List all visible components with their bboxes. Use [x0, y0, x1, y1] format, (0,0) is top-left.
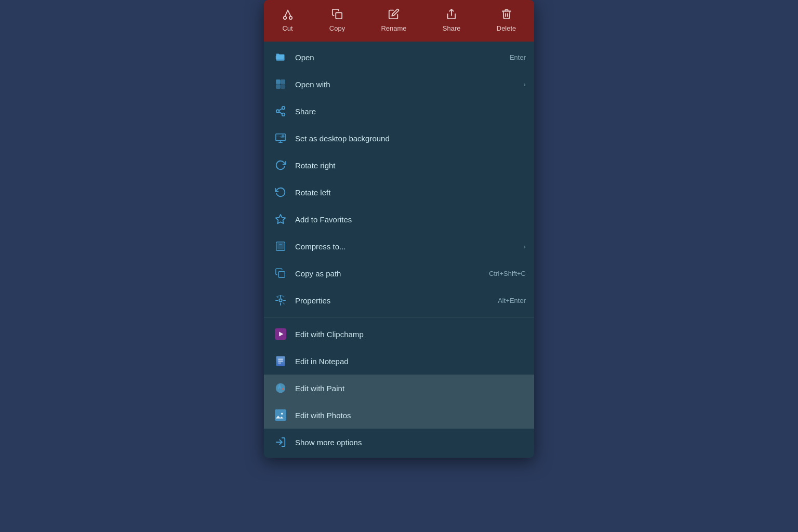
paint-icon: [272, 380, 289, 396]
notepad-icon: [272, 353, 289, 369]
menu-item-open[interactable]: Open Enter: [264, 44, 534, 71]
menu-item-set-desktop[interactable]: Set as desktop background: [264, 125, 534, 152]
svg-line-13: [279, 112, 282, 114]
toolbar-cut-button[interactable]: Cut: [273, 5, 303, 35]
rotate-right-icon: [272, 157, 289, 174]
copy-label: Copy: [329, 24, 345, 32]
share-icon: [446, 8, 457, 22]
svg-point-22: [279, 299, 282, 302]
menu-divider: [264, 317, 534, 317]
svg-line-14: [279, 109, 282, 111]
svg-rect-7: [281, 80, 285, 84]
menu-item-rotate-left[interactable]: Rotate left: [264, 179, 534, 206]
rotate-left-icon: [272, 184, 289, 201]
svg-rect-36: [275, 409, 286, 421]
copy-icon: [331, 8, 343, 22]
edit-paint-label: Edit with Paint: [295, 384, 526, 393]
svg-rect-4: [336, 12, 342, 19]
clipchamp-icon: [272, 326, 289, 342]
svg-rect-6: [276, 80, 280, 84]
menu-item-edit-photos[interactable]: Edit with Photos: [264, 402, 534, 429]
show-more-icon: [272, 434, 289, 450]
menu-item-rotate-right[interactable]: Rotate right: [264, 152, 534, 179]
menu-item-copy-path[interactable]: Copy as path Ctrl+Shift+C: [264, 260, 534, 287]
delete-label: Delete: [497, 24, 516, 32]
svg-rect-19: [278, 244, 284, 249]
edit-clipchamp-label: Edit with Clipchamp: [295, 330, 526, 339]
toolbar-delete-button[interactable]: Delete: [487, 5, 526, 35]
share-label: Share: [443, 24, 461, 32]
rotate-left-label: Rotate left: [295, 188, 526, 197]
context-menu: Cut Copy Rename: [264, 0, 534, 458]
edit-notepad-label: Edit in Notepad: [295, 357, 526, 366]
menu-item-edit-clipchamp[interactable]: Edit with Clipchamp: [264, 321, 534, 348]
toolbar-copy-button[interactable]: Copy: [320, 5, 354, 35]
svg-point-37: [281, 413, 283, 415]
properties-label: Properties: [295, 296, 498, 305]
rename-label: Rename: [381, 24, 406, 32]
menu-section-1: Open Enter Open with ›: [264, 42, 534, 316]
set-desktop-label: Set as desktop background: [295, 134, 526, 143]
show-more-label: Show more options: [295, 438, 526, 447]
rotate-right-label: Rotate right: [295, 161, 526, 170]
menu-item-edit-paint[interactable]: Edit with Paint: [264, 375, 534, 402]
svg-marker-17: [276, 215, 285, 223]
copy-path-label: Copy as path: [295, 269, 489, 278]
open-with-icon: [272, 76, 289, 92]
copy-path-shortcut: Ctrl+Shift+C: [489, 270, 526, 277]
properties-shortcut: Alt+Enter: [498, 297, 526, 304]
delete-icon: [501, 8, 512, 22]
menu-item-edit-notepad[interactable]: Edit in Notepad: [264, 348, 534, 375]
cut-icon: [282, 8, 294, 22]
set-desktop-icon: [272, 130, 289, 147]
svg-rect-21: [278, 271, 285, 277]
svg-rect-8: [276, 85, 280, 88]
photos-icon: [272, 407, 289, 423]
compress-arrow: ›: [524, 243, 526, 250]
share-menu-label: Share: [295, 107, 526, 116]
open-label: Open: [295, 53, 510, 62]
toolbar-rename-button[interactable]: Rename: [371, 5, 416, 35]
menu-item-properties[interactable]: Properties Alt+Enter: [264, 287, 534, 314]
copy-path-icon: [272, 265, 289, 282]
svg-line-2: [285, 10, 288, 17]
rename-icon: [388, 8, 400, 22]
open-with-label: Open with: [295, 80, 520, 89]
svg-line-3: [288, 10, 291, 17]
svg-point-16: [282, 135, 284, 137]
open-with-arrow: ›: [524, 81, 526, 88]
compress-label: Compress to...: [295, 242, 520, 251]
cut-label: Cut: [282, 24, 292, 32]
context-menu-toolbar: Cut Copy Rename: [264, 0, 534, 42]
open-icon: [272, 49, 289, 65]
menu-item-add-favorites[interactable]: Add to Favorites: [264, 206, 534, 233]
properties-icon: [272, 292, 289, 309]
menu-section-2: Edit with Clipchamp: [264, 318, 534, 458]
add-favorites-label: Add to Favorites: [295, 215, 526, 224]
open-shortcut: Enter: [510, 54, 526, 61]
add-favorites-icon: [272, 211, 289, 228]
menu-item-share[interactable]: Share: [264, 98, 534, 125]
toolbar-share-button[interactable]: Share: [433, 5, 470, 35]
share-menu-icon: [272, 103, 289, 119]
edit-photos-label: Edit with Photos: [295, 411, 526, 420]
svg-rect-9: [281, 85, 285, 88]
menu-item-compress[interactable]: Compress to... ›: [264, 233, 534, 260]
menu-item-show-more[interactable]: Show more options: [264, 429, 534, 456]
menu-item-open-with[interactable]: Open with ›: [264, 71, 534, 98]
svg-point-35: [282, 388, 284, 390]
compress-icon: [272, 238, 289, 255]
